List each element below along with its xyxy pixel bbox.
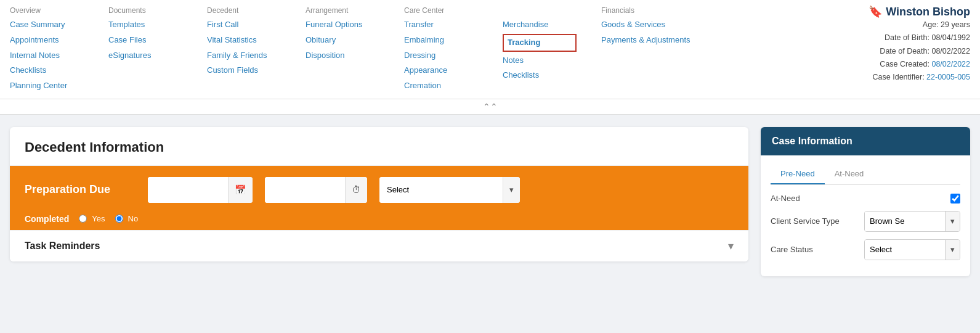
person-info-panel: 🔖 Winston Bishop Age: 29 years Date of B… [835, 0, 970, 84]
nav-group-documents: Documents Templates Case Files eSignatur… [108, 0, 182, 62]
at-need-label: At-Need [771, 194, 800, 203]
client-service-type-label: Client Service Type [771, 216, 840, 226]
task-reminders-label: Task Reminders [25, 240, 100, 252]
person-dod: Date of Death: 08/02/2022 [835, 45, 970, 58]
nav-link-checklists-care[interactable]: Checklists [503, 69, 577, 82]
nav-header-decedent: Decedent [207, 0, 281, 16]
completed-no-group: No [115, 214, 139, 223]
care-status-label: Care Status [771, 245, 813, 254]
nav-link-appearance[interactable]: Appearance [404, 64, 478, 77]
nav-group-decedent: Decedent First Call Vital Statistics Fam… [207, 0, 281, 77]
nav-group-care-center: Care Center Transfer Embalming Dressing … [404, 0, 478, 92]
completed-label: Completed [25, 214, 69, 224]
completed-no-radio[interactable] [115, 215, 123, 223]
client-service-type-select-wrap: Brown Se ▾ [864, 211, 960, 232]
nav-link-embalming[interactable]: Embalming [404, 34, 478, 47]
nav-link-custom-fields[interactable]: Custom Fields [207, 64, 281, 77]
case-info-header: Case Information [761, 127, 970, 155]
preparation-due-label: Preparation Due [25, 183, 136, 196]
top-navigation: Overview Case Summary Appointments Inter… [0, 0, 980, 99]
nav-link-notes[interactable]: Notes [503, 54, 577, 67]
nav-link-esignatures[interactable]: eSignatures [108, 49, 182, 62]
completed-row: Completed Yes No [10, 214, 748, 230]
nav-collapse-bar[interactable]: ⌃⌃ [0, 99, 980, 115]
nav-link-planning-center[interactable]: Planning Center [10, 80, 84, 92]
case-created-label: Case Created: [880, 60, 931, 68]
nav-group-overview: Overview Case Summary Appointments Inter… [10, 0, 84, 92]
nav-header-documents: Documents [108, 0, 182, 16]
care-status-arrow: ▾ [945, 240, 960, 260]
time-input-wrap: ⏱ [265, 177, 367, 203]
nav-link-cremation[interactable]: Cremation [404, 80, 478, 92]
case-info-card: Case Information Pre-Need At-Need At-Nee… [761, 127, 970, 276]
nav-link-vital-statistics[interactable]: Vital Statistics [207, 34, 281, 47]
case-info-body: Pre-Need At-Need At-Need Client Service … [761, 155, 970, 276]
nav-link-transfer[interactable]: Transfer [404, 18, 478, 31]
completed-no-label: No [128, 214, 139, 223]
person-dob: Date of Birth: 08/04/1992 [835, 31, 970, 44]
person-case-id: Case Identifier: 22-0005-005 [835, 71, 970, 84]
preparation-due-bar: Preparation Due 📅 ⏱ Select AM PM [10, 166, 748, 214]
nav-link-tracking[interactable]: Tracking [503, 34, 577, 52]
nav-link-payments-adjustments[interactable]: Payments & Adjustments [601, 34, 690, 47]
task-reminders-bar: Task Reminders ▾ [10, 230, 748, 261]
clock-icon-button[interactable]: ⏱ [345, 177, 367, 203]
at-need-checkbox[interactable] [950, 194, 960, 204]
nav-header-overview: Overview [10, 0, 84, 16]
client-service-type-row: Client Service Type Brown Se ▾ [771, 211, 960, 232]
nav-header-financials: Financials [601, 0, 690, 16]
decedent-info-card: Decedent Information Preparation Due 📅 ⏱… [10, 127, 748, 261]
person-case-created: Case Created: 08/02/2022 [835, 58, 970, 71]
client-service-type-arrow: ▾ [945, 212, 960, 231]
calendar-icon-button[interactable]: 📅 [228, 177, 253, 203]
nav-link-appointments[interactable]: Appointments [10, 34, 84, 47]
preparation-date-input[interactable] [148, 177, 228, 203]
nav-link-templates[interactable]: Templates [108, 18, 182, 31]
care-status-select[interactable]: Select [865, 240, 945, 260]
card-title: Decedent Information [10, 127, 748, 166]
nav-link-case-files[interactable]: Case Files [108, 34, 182, 47]
nav-header-arrangement: Arrangement [306, 0, 379, 16]
nav-link-disposition[interactable]: Disposition [306, 49, 379, 62]
nav-link-merchandise[interactable]: Merchandise [503, 18, 577, 31]
nav-link-funeral-options[interactable]: Funeral Options [306, 18, 379, 31]
nav-link-internal-notes[interactable]: Internal Notes [10, 49, 84, 62]
person-age: Age: 29 years [835, 18, 970, 31]
date-input-wrap: 📅 [148, 177, 253, 203]
nav-link-case-summary[interactable]: Case Summary [10, 18, 84, 31]
calendar-icon: 📅 [235, 184, 246, 195]
completed-yes-group: Yes [79, 214, 105, 223]
nav-link-dressing[interactable]: Dressing [404, 49, 478, 62]
person-name-text: Winston Bishop [886, 6, 970, 18]
at-need-checkbox-wrap [950, 194, 960, 204]
care-status-select-wrap: Select ▾ [864, 239, 960, 260]
nav-header-care-sub [503, 0, 577, 16]
nav-group-arrangement: Arrangement Funeral Options Obituary Dis… [306, 0, 379, 62]
ampm-select-wrap: Select AM PM ▾ [379, 177, 520, 203]
main-content: Decedent Information Preparation Due 📅 ⏱… [0, 115, 980, 289]
care-status-row: Care Status Select ▾ [771, 239, 960, 260]
nav-group-care-sub: Merchandise Tracking Notes Checklists [503, 0, 577, 82]
nav-link-first-call[interactable]: First Call [207, 18, 281, 31]
ampm-select[interactable]: Select AM PM [379, 177, 503, 203]
nav-link-family-friends[interactable]: Family & Friends [207, 49, 281, 62]
completed-yes-radio[interactable] [79, 215, 87, 223]
person-name: 🔖 Winston Bishop [835, 5, 970, 18]
case-info-tabs: Pre-Need At-Need [771, 164, 960, 185]
nav-header-care-center: Care Center [404, 0, 478, 16]
at-need-row: At-Need [771, 194, 960, 204]
completed-yes-label: Yes [92, 214, 105, 223]
client-service-type-select[interactable]: Brown Se [865, 212, 945, 231]
task-reminders-chevron[interactable]: ▾ [728, 239, 734, 253]
case-id-value: 22-0005-005 [926, 73, 970, 81]
nav-link-checklists-overview[interactable]: Checklists [10, 64, 84, 77]
case-created-value: 08/02/2022 [931, 60, 970, 68]
tab-preneed[interactable]: Pre-Need [771, 164, 825, 184]
nav-link-goods-services[interactable]: Goods & Services [601, 18, 690, 31]
collapse-icon: ⌃⌃ [483, 102, 498, 112]
nav-group-financials: Financials Goods & Services Payments & A… [601, 0, 690, 47]
tab-atneed[interactable]: At-Need [825, 164, 874, 184]
case-id-label: Case Identifier: [873, 73, 927, 81]
nav-link-obituary[interactable]: Obituary [306, 34, 379, 47]
preparation-time-input[interactable] [265, 177, 345, 203]
